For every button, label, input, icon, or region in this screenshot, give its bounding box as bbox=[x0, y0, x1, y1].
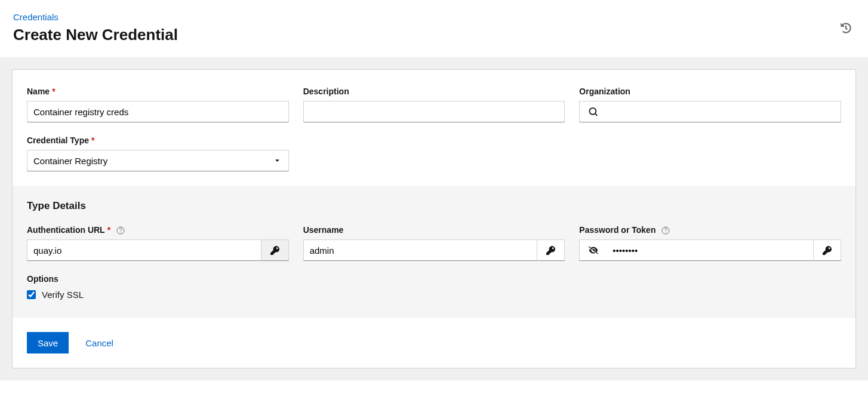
actions-section: Save Cancel bbox=[13, 318, 855, 368]
page-header: Credentials Create New Credential bbox=[0, 0, 868, 57]
auth-url-input[interactable] bbox=[27, 239, 261, 261]
organization-label: Organization bbox=[579, 87, 841, 96]
name-input[interactable] bbox=[27, 101, 289, 122]
help-icon[interactable] bbox=[116, 226, 125, 235]
options-label: Options bbox=[27, 274, 841, 284]
credential-type-group: Credential Type* bbox=[27, 136, 289, 171]
required-star: * bbox=[91, 136, 94, 145]
password-group: Password or Token bbox=[579, 225, 841, 261]
svg-point-3 bbox=[666, 232, 666, 233]
description-label: Description bbox=[303, 87, 565, 96]
key-icon[interactable] bbox=[261, 239, 289, 261]
required-star: * bbox=[107, 225, 110, 235]
search-icon[interactable] bbox=[579, 101, 607, 122]
content-area: Name* Description Organization bbox=[0, 57, 868, 380]
cancel-button[interactable]: Cancel bbox=[75, 332, 124, 353]
breadcrumb-credentials[interactable]: Credentials bbox=[13, 12, 59, 22]
username-group: Username bbox=[303, 225, 565, 261]
svg-point-1 bbox=[120, 232, 121, 233]
username-input[interactable] bbox=[303, 239, 538, 261]
password-input[interactable] bbox=[607, 239, 814, 261]
key-icon[interactable] bbox=[537, 239, 565, 261]
description-input[interactable] bbox=[303, 101, 565, 122]
required-star: * bbox=[52, 87, 55, 96]
type-details-heading: Type Details bbox=[27, 200, 841, 212]
save-button[interactable]: Save bbox=[27, 332, 69, 353]
password-label: Password or Token bbox=[579, 225, 841, 235]
history-icon[interactable] bbox=[841, 23, 851, 33]
type-details-section: Type Details Authentication URL* bbox=[13, 186, 855, 318]
page-title: Create New Credential bbox=[13, 26, 855, 44]
credential-type-label: Credential Type* bbox=[27, 136, 289, 145]
credential-type-select[interactable] bbox=[27, 150, 289, 171]
organization-group: Organization bbox=[579, 87, 841, 122]
description-group: Description bbox=[303, 87, 565, 122]
verify-ssl-checkbox[interactable] bbox=[27, 290, 36, 299]
help-icon[interactable] bbox=[661, 226, 670, 235]
options-group: Options Verify SSL bbox=[27, 274, 841, 300]
credential-form-card: Name* Description Organization bbox=[12, 69, 856, 368]
verify-ssl-label: Verify SSL bbox=[42, 290, 84, 300]
key-icon[interactable] bbox=[814, 239, 841, 261]
eye-slash-icon[interactable] bbox=[579, 239, 607, 261]
name-group: Name* bbox=[27, 87, 289, 122]
auth-url-group: Authentication URL* bbox=[27, 225, 289, 261]
basic-section: Name* Description Organization bbox=[13, 70, 855, 186]
name-label: Name* bbox=[27, 87, 289, 96]
auth-url-label: Authentication URL* bbox=[27, 225, 289, 235]
username-label: Username bbox=[303, 225, 565, 235]
organization-input[interactable] bbox=[607, 101, 841, 122]
